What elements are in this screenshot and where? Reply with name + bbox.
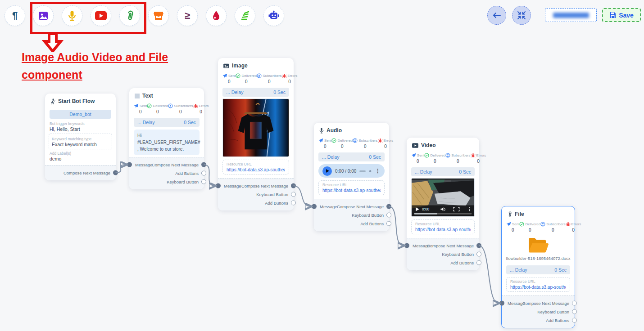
node-file[interactable]: File Sent 0 Delivered 0 Subscribers 0 Er…	[501, 206, 575, 328]
trigger-keywords-value[interactable]: Hi, Hello, Start	[50, 126, 111, 132]
output-port-add-buttons[interactable]	[291, 201, 296, 206]
output-port-compose[interactable]	[476, 243, 481, 248]
output-port-add-buttons[interactable]	[476, 260, 481, 265]
delivered-icon	[424, 153, 429, 158]
resource-url-box: Resource URL https://bot-data.s3.ap-sout…	[506, 277, 570, 292]
resource-url-link[interactable]: https://bot-data.s3.ap-southeast-1.wasab…	[227, 167, 285, 172]
resource-url-label: Resource URL	[510, 279, 566, 284]
toolbar-text-component-button[interactable]: ¶	[5, 5, 25, 26]
toolbar-file-component-button[interactable]	[119, 5, 140, 26]
keyboard-button-label: Keyboard Button	[442, 252, 474, 257]
save-button[interactable]: Save	[602, 8, 641, 22]
output-port-add-buttons[interactable]	[572, 318, 577, 323]
input-port-message[interactable]	[404, 243, 409, 248]
output-port-compose[interactable]	[386, 204, 391, 209]
delay-bar[interactable]: ... Delay0 Sec	[506, 265, 570, 274]
fit-view-button[interactable]	[512, 6, 531, 25]
input-port-message[interactable]	[127, 162, 132, 167]
back-button[interactable]	[487, 6, 506, 25]
stats-row: Sent 0 Delivered 0 Subscribers 0 Errors …	[129, 102, 204, 115]
audio-player[interactable]: 0:00 / 0:00 ⋮	[318, 164, 385, 178]
node-video-header: Video	[407, 138, 479, 151]
sent-icon	[411, 153, 416, 158]
toolbar-ecommerce-component-button[interactable]	[148, 5, 169, 26]
play-button[interactable]	[322, 166, 332, 176]
delay-bar[interactable]: ... Delay0 Sec	[134, 118, 200, 127]
output-port-compose[interactable]	[572, 301, 577, 306]
delay-bar[interactable]: ... Delay0 Sec	[222, 88, 289, 97]
message-label: Message	[413, 243, 430, 248]
errors-icon	[471, 153, 476, 158]
toolbar-audio-component-button[interactable]	[62, 5, 82, 26]
node-title: Audio	[327, 127, 342, 134]
stack-icon	[240, 10, 250, 21]
output-port-add-buttons[interactable]	[201, 171, 206, 176]
node-start-bot-flow[interactable]: Start Bot Flow Demo_bot Bot trigger keyw…	[45, 94, 116, 180]
compose-next-message-label: Compose Next Message	[63, 170, 110, 175]
audio-progress[interactable]	[359, 170, 366, 172]
node-text[interactable]: Text Sent 0 Delivered 0 Subscribers 0 Er…	[129, 88, 204, 189]
annotation-text: Image Audio Video and File component	[22, 49, 202, 84]
sent-icon	[318, 138, 323, 143]
input-port-message[interactable]	[499, 301, 504, 306]
input-port-message[interactable]	[216, 183, 221, 188]
input-port-message[interactable]	[312, 204, 317, 209]
flow-canvas[interactable]: ¶ ≥	[0, 0, 644, 331]
resource-url-label: Resource URL	[415, 222, 471, 226]
video-header-icon	[412, 143, 418, 148]
volume-icon[interactable]	[369, 169, 372, 174]
toolbar-sequence-component-button[interactable]	[235, 5, 255, 26]
output-port-compose[interactable]	[201, 162, 206, 167]
file-attachment[interactable]	[502, 233, 575, 255]
audio-menu-icon[interactable]: ⋮	[375, 168, 381, 174]
node-image[interactable]: Image Sent 0 Delivered 0 Subscribers 0 E…	[218, 58, 294, 210]
video-player[interactable]: 0:00	[411, 178, 475, 217]
delivered-icon	[519, 222, 524, 227]
matching-type-value[interactable]: Exact keyword match	[52, 142, 107, 147]
obscured-action-button[interactable]	[545, 8, 597, 22]
output-port-keyboard[interactable]	[572, 309, 577, 314]
toolbar-video-component-button[interactable]	[91, 5, 111, 26]
toolbar-bot-component-button[interactable]	[263, 5, 284, 26]
toolbar-drip-component-button[interactable]	[206, 5, 227, 26]
toolbar-condition-component-button[interactable]: ≥	[177, 5, 198, 26]
save-icon	[609, 12, 616, 18]
output-port-compose[interactable]	[291, 183, 296, 188]
robot-icon	[268, 10, 280, 21]
resource-url-link[interactable]: https://bot-data.s3.ap-southeast-1.wasab…	[415, 227, 471, 232]
resource-url-label: Resource URL	[322, 183, 381, 187]
output-port-add-buttons[interactable]	[386, 221, 391, 226]
output-port-keyboard[interactable]	[201, 179, 206, 184]
file-name: flowbuilder-518-1695464072.docx	[502, 255, 575, 263]
image-icon	[38, 10, 49, 21]
add-buttons-label: Add Buttons	[546, 318, 569, 323]
message-preview[interactable]: Hi #LEAD_USER_FIRST_NAME# , Welcome to o…	[134, 130, 200, 155]
add-labels-value[interactable]: demo	[50, 156, 111, 161]
image-attachment-preview[interactable]	[222, 98, 289, 157]
output-port-compose[interactable]	[113, 170, 118, 175]
node-audio[interactable]: Audio Sent 0 Delivered 0 Subscribers 0 E…	[314, 123, 389, 231]
output-port-keyboard[interactable]	[476, 252, 481, 257]
resource-url-link[interactable]: https://bot-data.s3.ap-southeast-1.wasab…	[322, 188, 381, 193]
node-title: Video	[421, 142, 435, 148]
node-title: Text	[142, 93, 153, 99]
node-file-header: File	[502, 206, 575, 220]
errors-icon	[566, 222, 571, 227]
compose-next-message-label: Compose Next Message	[522, 301, 569, 306]
delay-bar[interactable]: ... Delay0 Sec	[318, 152, 385, 161]
bot-name-field[interactable]: Demo_bot	[50, 110, 111, 119]
compress-icon	[517, 11, 526, 19]
toolbar-image-component-button[interactable]	[33, 5, 54, 26]
output-port-keyboard[interactable]	[386, 213, 391, 218]
pilcrow-icon: ¶	[12, 11, 18, 21]
matching-type-field[interactable]: Keyword matching type Exact keyword matc…	[49, 134, 112, 149]
resource-url-link[interactable]: https://bot-data.s3.ap-southeast-1.wasab…	[510, 285, 566, 290]
output-port-keyboard[interactable]	[291, 192, 296, 197]
blurred-label	[553, 13, 589, 18]
node-video[interactable]: Video Sent 0 Delivered 0 Subscribers 0 E…	[407, 138, 479, 270]
delay-bar[interactable]: ... Delay0 Sec	[411, 167, 475, 176]
node-audio-header: Audio	[314, 123, 389, 136]
folder-icon	[528, 237, 549, 254]
subscribers-icon	[257, 73, 262, 78]
paperclip-icon	[125, 10, 135, 21]
